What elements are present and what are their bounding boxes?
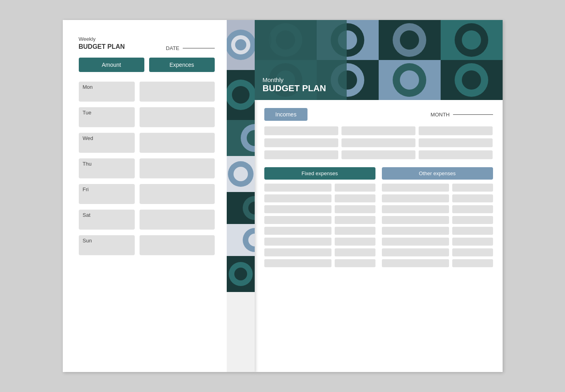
left-header-row: Weekly BUDGET PLAN DATE bbox=[79, 36, 215, 51]
fixed-row-7 bbox=[264, 248, 375, 256]
fixed-cell-2b[interactable] bbox=[335, 194, 375, 202]
other-cell-7b[interactable] bbox=[452, 248, 493, 256]
day-label-thu: Thu bbox=[79, 158, 135, 178]
fixed-cell-8a[interactable] bbox=[264, 259, 332, 267]
weekly-label: Weekly bbox=[79, 36, 125, 43]
day-input-sat[interactable] bbox=[140, 210, 215, 230]
income-cell-3[interactable] bbox=[419, 126, 493, 135]
date-text: DATE bbox=[166, 45, 180, 51]
left-page: Weekly BUDGET PLAN DATE Amount Expences bbox=[63, 20, 255, 372]
day-rows: Mon Tue Wed Thu Fri bbox=[79, 82, 215, 255]
svg-point-32 bbox=[400, 30, 419, 50]
day-label-sun: Sun bbox=[79, 235, 135, 255]
fixed-cell-7a[interactable] bbox=[264, 248, 332, 256]
other-cell-1b[interactable] bbox=[452, 184, 493, 192]
month-section: MONTH bbox=[431, 112, 493, 118]
day-label-fri: Fri bbox=[79, 184, 135, 204]
income-cell-9[interactable] bbox=[419, 150, 493, 159]
other-row-3 bbox=[382, 205, 493, 213]
fixed-cell-3a[interactable] bbox=[264, 205, 332, 213]
day-input-mon[interactable] bbox=[140, 82, 215, 102]
right-header: Monthly BUDGET PLAN bbox=[255, 20, 503, 100]
day-label-tue: Tue bbox=[79, 107, 135, 127]
svg-point-3 bbox=[235, 39, 246, 50]
fixed-cell-2a[interactable] bbox=[264, 194, 332, 202]
fixed-cell-3b[interactable] bbox=[335, 205, 375, 213]
incomes-section-row: Incomes MONTH bbox=[264, 108, 493, 121]
income-cell-6[interactable] bbox=[419, 138, 493, 147]
svg-point-47 bbox=[462, 70, 481, 90]
day-input-wed[interactable] bbox=[140, 133, 215, 153]
other-cell-4b[interactable] bbox=[452, 216, 493, 224]
date-section: DATE bbox=[166, 45, 215, 51]
fixed-cell-5a[interactable] bbox=[264, 227, 332, 235]
day-input-tue[interactable] bbox=[140, 107, 215, 127]
other-cell-4a[interactable] bbox=[382, 216, 449, 224]
other-cell-5b[interactable] bbox=[452, 227, 493, 235]
right-page: Monthly BUDGET PLAN Incomes MONTH bbox=[255, 20, 503, 372]
other-expenses-col: Other expenses bbox=[382, 167, 493, 267]
other-cell-3a[interactable] bbox=[382, 205, 449, 213]
month-text: MONTH bbox=[431, 112, 450, 118]
fixed-row-4 bbox=[264, 216, 375, 224]
day-input-thu[interactable] bbox=[140, 158, 215, 178]
other-expenses-button[interactable]: Other expenses bbox=[382, 167, 493, 180]
income-cell-2[interactable] bbox=[341, 126, 415, 135]
month-line bbox=[453, 114, 493, 115]
fixed-cell-6b[interactable] bbox=[335, 238, 375, 246]
fixed-cell-6a[interactable] bbox=[264, 238, 332, 246]
other-cell-3b[interactable] bbox=[452, 205, 493, 213]
other-cell-8b[interactable] bbox=[452, 259, 493, 267]
monthly-label: Monthly bbox=[263, 76, 326, 83]
fixed-row-1 bbox=[264, 184, 375, 192]
day-row-wed: Wed bbox=[79, 133, 215, 153]
incomes-button[interactable]: Incomes bbox=[264, 108, 308, 121]
day-row-sun: Sun bbox=[79, 235, 215, 255]
other-cell-6a[interactable] bbox=[382, 238, 449, 246]
income-cell-7[interactable] bbox=[264, 150, 338, 159]
monthly-budget-plan-label: BUDGET PLAN bbox=[263, 83, 326, 94]
right-content: Incomes MONTH Fix bbox=[255, 100, 503, 372]
day-row-sat: Sat bbox=[79, 210, 215, 230]
fixed-row-5 bbox=[264, 227, 375, 235]
budget-plan-label: BUDGET PLAN bbox=[79, 43, 125, 51]
amount-header: Amount bbox=[79, 58, 144, 72]
expences-header: Expences bbox=[149, 58, 215, 72]
other-cell-6b[interactable] bbox=[452, 238, 493, 246]
svg-point-12 bbox=[234, 167, 248, 181]
income-cell-8[interactable] bbox=[341, 150, 415, 159]
fixed-cell-1b[interactable] bbox=[335, 184, 375, 192]
other-cell-1a[interactable] bbox=[382, 184, 449, 192]
fixed-cell-8b[interactable] bbox=[335, 259, 375, 267]
other-cell-5a[interactable] bbox=[382, 227, 449, 235]
other-expense-rows bbox=[382, 184, 493, 267]
income-cell-4[interactable] bbox=[264, 138, 338, 147]
other-cell-7a[interactable] bbox=[382, 248, 449, 256]
svg-point-35 bbox=[462, 30, 481, 50]
left-sidebar-geo bbox=[227, 20, 255, 372]
other-cell-2b[interactable] bbox=[452, 194, 493, 202]
income-cell-1[interactable] bbox=[264, 126, 338, 135]
fixed-cell-4b[interactable] bbox=[335, 216, 375, 224]
day-row-mon: Mon bbox=[79, 82, 215, 102]
other-cell-8a[interactable] bbox=[382, 259, 449, 267]
day-input-fri[interactable] bbox=[140, 184, 215, 204]
other-row-5 bbox=[382, 227, 493, 235]
other-cell-2a[interactable] bbox=[382, 194, 449, 202]
fixed-cell-4a[interactable] bbox=[264, 216, 332, 224]
other-row-8 bbox=[382, 259, 493, 267]
fixed-expenses-button[interactable]: Fixed expenses bbox=[264, 167, 375, 180]
day-input-sun[interactable] bbox=[140, 235, 215, 255]
expenses-headers-row: Fixed expenses bbox=[264, 167, 493, 267]
day-row-thu: Thu bbox=[79, 158, 215, 178]
fixed-cell-1a[interactable] bbox=[264, 184, 332, 192]
day-label-mon: Mon bbox=[79, 82, 135, 102]
day-row-fri: Fri bbox=[79, 184, 215, 204]
fixed-cell-7b[interactable] bbox=[335, 248, 375, 256]
other-row-1 bbox=[382, 184, 493, 192]
left-content: Weekly BUDGET PLAN DATE Amount Expences bbox=[63, 20, 227, 372]
fixed-expense-rows bbox=[264, 184, 375, 267]
other-row-4 bbox=[382, 216, 493, 224]
income-cell-5[interactable] bbox=[341, 138, 415, 147]
fixed-cell-5b[interactable] bbox=[335, 227, 375, 235]
